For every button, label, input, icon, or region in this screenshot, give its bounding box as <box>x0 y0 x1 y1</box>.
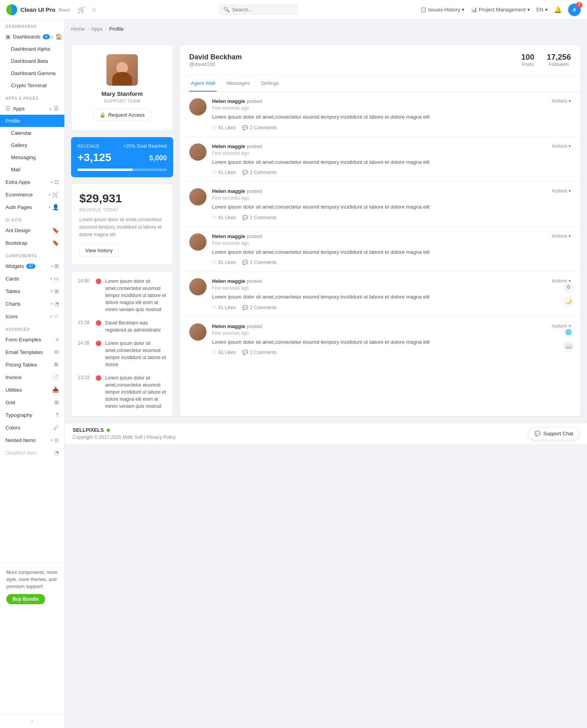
post-comment-1[interactable]: 💬 2 Comments <box>242 125 277 130</box>
sidebar-item-dashboards[interactable]: ▣ Dashboards 4 ▲ 🏠 <box>0 30 64 43</box>
breadcrumb-home[interactable]: Home <box>71 26 85 32</box>
sidebar-item-extra-apps[interactable]: Extra Apps ▾ ⊡ <box>0 176 64 188</box>
auth-pages-arrow: ▾ <box>49 205 51 209</box>
sidebar-item-email-templates[interactable]: Email Templates ✉ <box>0 346 64 358</box>
heart-icon-6: ♡ <box>212 350 216 355</box>
post-comment-3[interactable]: 💬 2 Comments <box>242 215 277 220</box>
sidebar-item-profile[interactable]: Profile <box>0 115 64 127</box>
sidebar-item-form-examples[interactable]: Form Examples ≡ <box>0 333 64 346</box>
post-actions-dropdown-1[interactable]: Actions ▾ <box>552 98 571 104</box>
tab-messages[interactable]: Messages <box>225 75 251 92</box>
buy-bundle-button[interactable]: Buy Bundle <box>6 594 45 604</box>
request-access-button[interactable]: 🔒 Request Access <box>93 109 151 121</box>
sidebar-item-nested-items[interactable]: Nested Items ▾ ⊙ <box>0 434 64 446</box>
sidebar-item-typography[interactable]: Typography T <box>0 409 64 421</box>
post-item-6: Helen maggie posted Actions ▾ Few second… <box>180 317 580 362</box>
post-content-6: Helen maggie posted Actions ▾ Few second… <box>212 323 571 356</box>
post-comment-4[interactable]: 💬 2 Comments <box>242 260 277 265</box>
sidebar-item-charts[interactable]: Charts ▾ ◔ <box>0 297 64 310</box>
cart-icon[interactable]: 🛒 <box>78 6 86 13</box>
sidebar-item-cards[interactable]: Cards ▾ ▭ <box>0 272 64 285</box>
post-avatar-5 <box>189 278 207 295</box>
breadcrumb-apps[interactable]: Apps <box>91 26 103 32</box>
post-avatar-2 <box>189 143 207 161</box>
dashboard-alpha-label: Dashboard Alpha <box>11 46 50 52</box>
sidebar-item-gallery[interactable]: Gallery <box>0 139 64 151</box>
widgets-badge: 47 <box>26 264 35 269</box>
post-like-4[interactable]: ♡ 61 Likes <box>212 260 236 265</box>
footer-left: SELLPIXELS Copyright © 2017-2020 Mdtk So… <box>73 427 176 440</box>
settings-quick-icon[interactable]: ⚙ <box>563 282 574 293</box>
post-comments-2: 2 Comments <box>250 170 277 175</box>
sidebar-item-colors[interactable]: Colors 🖊 <box>0 421 64 434</box>
post-action-2: posted <box>247 143 262 149</box>
book-quick-icon[interactable]: 📖 <box>563 341 574 352</box>
sidebar-item-utilities[interactable]: Utilities 📥 <box>0 383 64 396</box>
post-avatar-image-3 <box>189 188 207 205</box>
sidebar-item-invoice[interactable]: Invoice 📄 <box>0 371 64 383</box>
post-like-3[interactable]: ♡ 61 Likes <box>212 215 236 220</box>
star-icon[interactable]: ☆ <box>91 6 97 13</box>
post-like-2[interactable]: ♡ 61 Likes <box>212 170 236 175</box>
breadcrumb-current: Profile <box>109 26 124 32</box>
sidebar-item-icons[interactable]: Icons ▾ ☆ <box>0 310 64 323</box>
sidebar-item-apps[interactable]: ☰ Apps ▲ ☰ <box>0 102 64 115</box>
sidebar-item-ant-design[interactable]: Ant Design 🔖 <box>0 224 64 237</box>
support-chat-button[interactable]: 💬 Support Chat <box>528 427 579 440</box>
sidebar-item-messaging[interactable]: Messaging <box>0 151 64 163</box>
logo-icon <box>6 4 17 15</box>
post-comment-5[interactable]: 💬 2 Comments <box>242 305 277 310</box>
tab-settings[interactable]: Settings <box>259 75 281 92</box>
logo[interactable]: Clean UI Pro React <box>6 4 70 15</box>
profile-info: David Beckham @david100 <box>189 53 512 67</box>
user-avatar[interactable]: A 7 <box>568 4 581 16</box>
issues-history-btn[interactable]: 📋 Issues History ▾ <box>420 7 464 13</box>
post-like-5[interactable]: ♡ 61 Likes <box>212 305 236 310</box>
post-avatar-image-6 <box>189 323 207 341</box>
post-actions-dropdown-3[interactable]: Actions ▾ <box>552 188 571 194</box>
post-comment-2[interactable]: 💬 2 Comments <box>242 170 277 175</box>
charts-arrow: ▾ <box>51 302 53 306</box>
post-avatar-4 <box>189 233 207 251</box>
sidebar-item-pricing-tables[interactable]: Pricing Tables ⌘ <box>0 358 64 371</box>
icons-arrow: ▾ <box>50 314 52 319</box>
sidebar-item-dashboard-beta[interactable]: Dashboard Beta <box>0 55 64 67</box>
globe-quick-icon[interactable]: 🌐 <box>563 326 574 337</box>
post-actions-dropdown-4[interactable]: Actions ▾ <box>552 233 571 239</box>
project-management-btn[interactable]: 📊 Project Management ▾ <box>471 7 530 13</box>
sidebar-item-grid[interactable]: Grid ⊞ <box>0 396 64 409</box>
sidebar-item-crypto-terminal[interactable]: Crypto Terminal <box>0 79 64 92</box>
left-column: Mary Stanform SUPPORT TEAM 🔒 Request Acc… <box>71 44 173 416</box>
sidebar-item-auth-pages[interactable]: Auth Pages ▾ 👤 <box>0 201 64 213</box>
sidebar-item-dashboard-gamma[interactable]: Dashboard Gamma <box>0 67 64 79</box>
moon-quick-icon[interactable]: 🌙 <box>563 296 574 307</box>
sidebar-item-bootstrap[interactable]: Bootstrap 🔖 <box>0 237 64 249</box>
post-content-5: Helen maggie posted Actions ▾ Few second… <box>212 278 571 310</box>
post-right-icons-5: ⚙ 🌙 <box>563 282 574 307</box>
nested-items-icon: ⊙ <box>54 437 59 443</box>
tab-agent-wall[interactable]: Agent Wall <box>189 75 217 92</box>
sidebar-item-ecommerce[interactable]: Ecommerce ▾ 🛒 <box>0 188 64 201</box>
search-box[interactable]: 🔍 <box>219 5 298 15</box>
profile-card: Mary Stanform SUPPORT TEAM 🔒 Request Acc… <box>71 44 173 131</box>
sidebar-item-disabled: Disabled Item ◔ <box>0 446 64 459</box>
post-like-1[interactable]: ♡ 61 Likes <box>212 125 236 130</box>
sidebar-item-dashboard-alpha[interactable]: Dashboard Alpha <box>0 43 64 55</box>
notifications-btn[interactable]: 🔔 <box>554 6 562 13</box>
view-history-button[interactable]: View history <box>79 244 119 257</box>
lang-label: EN <box>536 7 543 13</box>
sidebar-bottom: More components, more style, more themes… <box>0 562 64 611</box>
colors-label: Colors <box>5 425 20 431</box>
post-time-6: Few seconds ago <box>212 330 571 336</box>
sidebar-item-calendar[interactable]: Calendar <box>0 127 64 139</box>
sidebar-item-widgets[interactable]: Widgets 47 ▾ ⊞ <box>0 260 64 272</box>
post-like-6[interactable]: ♡ 61 Likes <box>212 350 236 355</box>
post-actions-dropdown-2[interactable]: Actions ▾ <box>552 143 571 149</box>
sidebar-item-mail[interactable]: Mail <box>0 163 64 176</box>
search-input[interactable] <box>232 7 287 13</box>
dashboards-label: Dashboards <box>13 34 40 40</box>
language-selector[interactable]: EN ▾ <box>536 7 548 13</box>
sidebar-item-tables[interactable]: Tables ▾ ⊞ <box>0 285 64 297</box>
post-comment-6[interactable]: 💬 2 Comments <box>242 350 277 355</box>
sidebar-collapse-btn[interactable]: ‹ <box>0 714 64 728</box>
